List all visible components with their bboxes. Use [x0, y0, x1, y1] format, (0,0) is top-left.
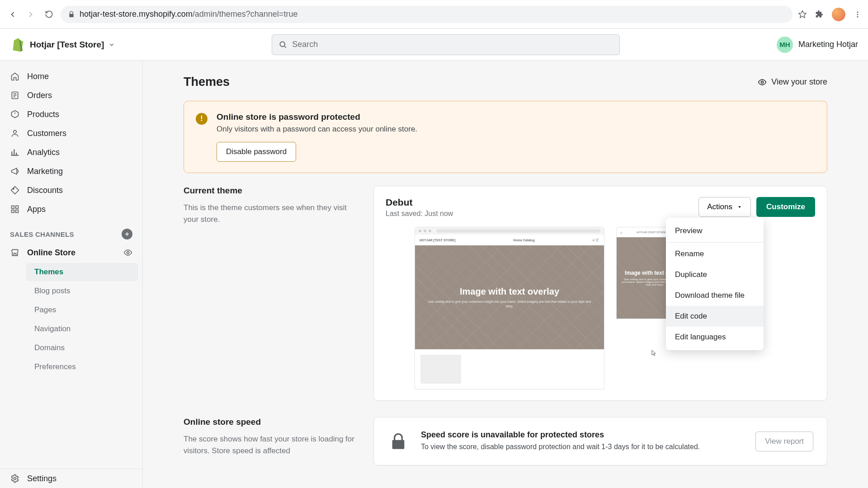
sidebar-item-apps[interactable]: Apps [0, 200, 142, 219]
svg-point-13 [14, 478, 16, 480]
sidebar-item-settings[interactable]: Settings [0, 469, 142, 488]
lock-icon [68, 11, 75, 18]
speed-card-body: To view the score, disable password prot… [421, 441, 700, 452]
subnav-themes[interactable]: Themes [26, 263, 138, 281]
customize-button[interactable]: Customize [756, 197, 815, 217]
subnav-domains[interactable]: Domains [26, 339, 138, 357]
subnav-preferences[interactable]: Preferences [26, 358, 138, 376]
sidebar-item-orders[interactable]: Orders [0, 86, 142, 105]
chevron-down-icon [108, 42, 115, 48]
browser-profile-avatar[interactable] [832, 8, 845, 21]
gear-icon [10, 474, 20, 483]
browser-forward-button[interactable] [24, 8, 37, 21]
svg-rect-11 [16, 210, 19, 213]
sidebar-section-sales-channels: SALES CHANNELS [0, 219, 142, 243]
search-input[interactable]: Search [272, 34, 620, 55]
svg-point-3 [280, 42, 285, 47]
customers-icon [10, 128, 20, 138]
browser-back-button[interactable] [6, 8, 19, 21]
store-name: Hotjar [Test Store] [30, 40, 104, 50]
add-channel-button[interactable] [122, 229, 132, 239]
sidebar-item-home[interactable]: Home [0, 67, 142, 86]
marketing-icon [10, 166, 20, 176]
user-name: Marketing Hotjar [798, 40, 858, 49]
sidebar-item-analytics[interactable]: Analytics [0, 143, 142, 162]
shopify-logo-icon [10, 37, 24, 52]
sidebar-item-marketing[interactable]: Marketing [0, 162, 142, 181]
online-store-subnav: Themes Blog posts Pages Navigation Domai… [0, 262, 142, 377]
orders-icon [10, 90, 20, 100]
svg-point-6 [14, 130, 17, 133]
page-title: Themes [184, 75, 230, 89]
svg-rect-8 [12, 206, 14, 209]
svg-point-1 [857, 14, 859, 15]
menu-edit-languages[interactable]: Edit languages [666, 327, 764, 347]
lock-icon [387, 431, 409, 452]
banner-title: Online store is password protected [217, 112, 417, 122]
speed-heading: Online store speed [184, 417, 355, 427]
browser-reload-button[interactable] [42, 8, 55, 21]
view-store-link[interactable]: View your store [758, 77, 827, 87]
sidebar-item-discounts[interactable]: Discounts [0, 181, 142, 200]
subnav-pages[interactable]: Pages [26, 301, 138, 319]
menu-rename[interactable]: Rename [666, 244, 764, 264]
current-theme-heading: Current theme [184, 186, 355, 196]
disable-password-button[interactable]: Disable password [217, 142, 296, 162]
app-header: Hotjar [Test Store] Search MH Marketing … [0, 29, 868, 61]
menu-preview[interactable]: Preview [666, 221, 764, 241]
speed-card: Speed score is unavailable for protected… [373, 417, 827, 465]
svg-point-5 [14, 113, 16, 114]
svg-point-12 [127, 252, 129, 254]
password-banner: ! Online store is password protected Onl… [184, 101, 827, 173]
menu-duplicate[interactable]: Duplicate [666, 264, 764, 285]
current-theme-card: Debut Last saved: Just now Actions Custo… [373, 186, 827, 401]
caret-down-icon [737, 204, 742, 210]
browser-menu-icon[interactable] [854, 10, 862, 19]
svg-point-7 [13, 188, 14, 189]
discounts-icon [10, 185, 20, 195]
home-icon [10, 71, 20, 81]
actions-dropdown-menu: Preview Rename Duplicate Download theme … [666, 218, 764, 350]
sidebar-item-online-store[interactable]: Online Store [0, 243, 142, 262]
user-menu[interactable]: MH Marketing Hotjar [777, 37, 858, 53]
extensions-icon[interactable] [815, 10, 824, 19]
svg-rect-9 [16, 206, 19, 209]
actions-dropdown-button[interactable]: Actions [698, 197, 751, 217]
svg-point-0 [857, 11, 859, 13]
preview-desktop: HOTJAR [TEST STORE]Home Catalog⌕ 🛒 Image… [415, 227, 604, 389]
store-switcher[interactable]: Hotjar [Test Store] [30, 40, 115, 50]
browser-url-bar[interactable]: hotjar-test-store.myshopify.com/admin/th… [61, 6, 793, 23]
sidebar-item-products[interactable]: Products [0, 105, 142, 124]
svg-rect-10 [12, 210, 14, 213]
speed-card-title: Speed score is unavailable for protected… [421, 430, 700, 440]
search-placeholder: Search [292, 40, 318, 49]
sidebar-item-customers[interactable]: Customers [0, 124, 142, 143]
subnav-blog-posts[interactable]: Blog posts [26, 282, 138, 300]
menu-download-theme-file[interactable]: Download theme file [666, 285, 764, 306]
svg-point-2 [857, 16, 859, 17]
bookmark-star-icon[interactable] [798, 10, 807, 19]
sidebar: Home Orders Products Customers Analytics… [0, 61, 143, 488]
menu-edit-code[interactable]: Edit code [666, 306, 764, 327]
apps-icon [10, 204, 20, 214]
theme-name: Debut [386, 197, 453, 208]
svg-point-14 [761, 81, 764, 83]
products-icon [10, 109, 20, 119]
speed-desc: The score shows how fast your store is l… [184, 433, 355, 456]
user-avatar: MH [777, 37, 793, 53]
warning-icon: ! [196, 113, 208, 125]
main-content: Themes View your store ! Online store is… [143, 61, 868, 488]
current-theme-desc: This is the theme customers see when the… [184, 202, 355, 225]
view-report-button[interactable]: View report [755, 432, 813, 451]
banner-body: Only visitors with a password can access… [217, 125, 417, 134]
store-icon [10, 248, 20, 258]
analytics-icon [10, 147, 20, 157]
url-text: hotjar-test-store.myshopify.com/admin/th… [80, 9, 297, 19]
view-icon[interactable] [123, 248, 132, 257]
search-icon [278, 40, 288, 49]
theme-saved: Last saved: Just now [386, 210, 453, 218]
eye-icon [758, 78, 767, 87]
subnav-navigation[interactable]: Navigation [26, 320, 138, 338]
browser-toolbar: hotjar-test-store.myshopify.com/admin/th… [0, 0, 868, 29]
